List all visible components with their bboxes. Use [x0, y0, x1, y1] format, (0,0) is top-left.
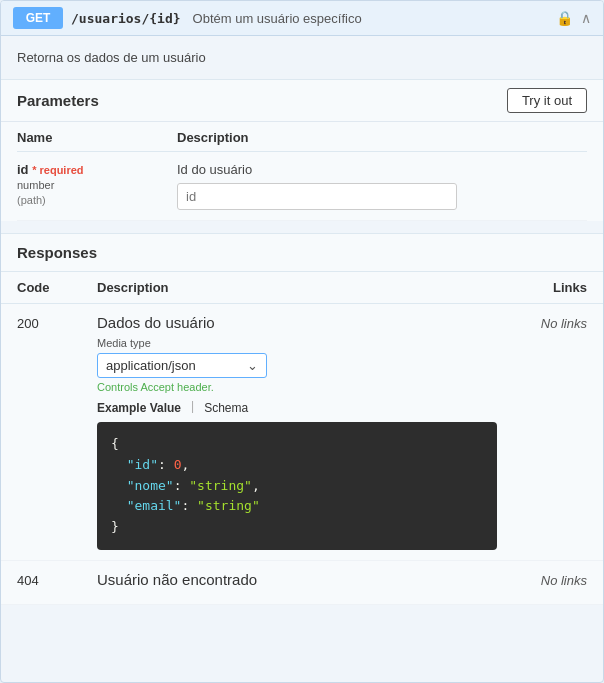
responses-title: Responses: [1, 234, 603, 272]
param-type: number: [17, 179, 54, 191]
lock-icon[interactable]: 🔒: [556, 10, 573, 26]
response-code-200: 200: [17, 314, 97, 331]
media-type-select[interactable]: application/json ⌄: [97, 353, 267, 378]
parameters-table: Name Description id * required number (p…: [1, 122, 603, 221]
header-icons: 🔒 ∧: [556, 10, 591, 26]
param-location: (path): [17, 194, 46, 206]
response-description-404: Usuário não encontrado: [97, 571, 497, 588]
response-links-200: No links: [497, 314, 587, 331]
tab-schema[interactable]: Schema: [204, 399, 248, 418]
col-code-header: Code: [17, 280, 97, 295]
method-badge: GET: [13, 7, 63, 29]
response-row-404: 404 Usuário não encontrado No links: [1, 561, 603, 605]
try-it-out-button[interactable]: Try it out: [507, 88, 587, 113]
col-name-header: Name: [17, 130, 177, 145]
media-type-label: Media type: [97, 337, 497, 349]
param-name: id: [17, 162, 29, 177]
api-endpoint-panel: GET /usuarios/{id} Obtém um usuário espe…: [0, 0, 604, 683]
example-tabs: Example Value | Schema: [97, 399, 497, 418]
responses-section: Responses Code Description Links 200 Dad…: [1, 233, 603, 605]
tab-example-value[interactable]: Example Value: [97, 399, 181, 418]
response-links-404: No links: [497, 571, 587, 588]
code-example-block: { "id": 0, "nome": "string", "email": "s…: [97, 422, 497, 550]
endpoint-description: Obtém um usuário específico: [193, 11, 362, 26]
param-id-input[interactable]: [177, 183, 457, 210]
param-desc-block: Id do usuário: [177, 162, 587, 210]
response-desc-block-200: Dados do usuário Media type application/…: [97, 314, 497, 550]
chevron-icon[interactable]: ∧: [581, 10, 591, 26]
response-desc-block-404: Usuário não encontrado: [97, 571, 497, 594]
params-table-header: Name Description: [17, 122, 587, 152]
param-name-block: id * required number (path): [17, 162, 177, 207]
responses-table-header: Code Description Links: [1, 272, 603, 304]
endpoint-header: GET /usuarios/{id} Obtém um usuário espe…: [1, 1, 603, 36]
parameters-section: Parameters Try it out Name Description i…: [1, 79, 603, 221]
body-description: Retorna os dados de um usuário: [1, 36, 603, 79]
parameter-row-id: id * required number (path) Id do usuári…: [17, 152, 587, 221]
endpoint-path: /usuarios/{id}: [71, 11, 181, 26]
parameters-header-row: Parameters Try it out: [1, 80, 603, 122]
col-response-desc-header: Description: [97, 280, 497, 295]
media-type-value: application/json: [106, 358, 196, 373]
col-desc-header: Description: [177, 130, 587, 145]
response-description-200: Dados do usuário: [97, 314, 497, 331]
parameters-title: Parameters: [17, 92, 99, 109]
param-required-label: * required: [32, 164, 83, 176]
response-row-200: 200 Dados do usuário Media type applicat…: [1, 304, 603, 561]
media-type-chevron: ⌄: [247, 358, 258, 373]
response-code-404: 404: [17, 571, 97, 588]
col-links-header: Links: [497, 280, 587, 295]
controls-accept-text: Controls Accept header.: [97, 381, 497, 393]
param-description-text: Id do usuário: [177, 162, 587, 177]
